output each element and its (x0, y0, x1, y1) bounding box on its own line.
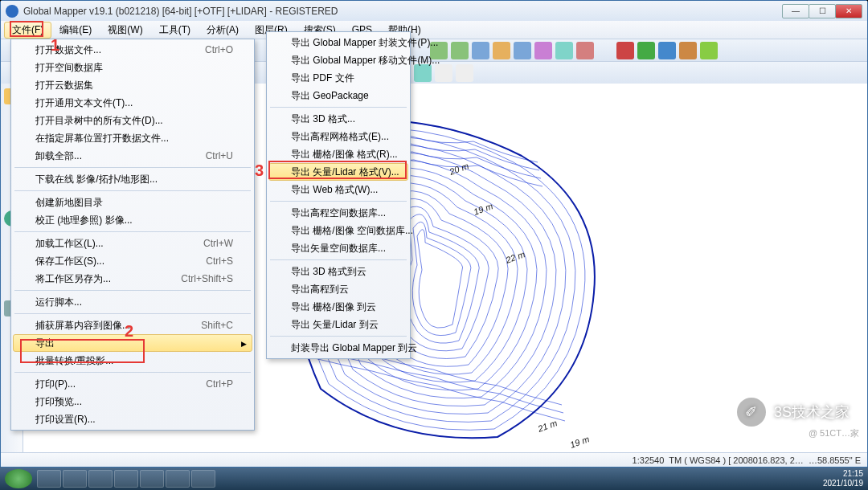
search-icon[interactable] (456, 64, 473, 82)
terrain2-icon[interactable] (451, 42, 469, 59)
export-menu-item[interactable]: 导出 Global Mapper 移动文件(M)... (268, 51, 408, 69)
file-menu-item[interactable]: 打印(P)...Ctrl+P (13, 375, 252, 393)
menu-item-label: 保存工作区(S)... (35, 255, 104, 268)
file-menu-item[interactable]: 运行脚本... (13, 293, 252, 311)
export-menu-item[interactable]: 导出 Global Mapper 封装文件(P)... (268, 34, 408, 51)
menu-item-label: 导出 Global Mapper 移动文件(M)... (291, 54, 440, 67)
taskbar-app[interactable] (191, 470, 215, 488)
menu-file[interactable]: 文件(F) (4, 22, 51, 39)
draw-free-icon[interactable] (700, 42, 718, 59)
export-menu-item[interactable]: 导出 栅格/图像 空间数据库... (268, 222, 408, 239)
export-submenu-dropdown: 导出 Global Mapper 封装文件(P)...导出 Global Map… (266, 31, 411, 359)
menu-item-shortcut: Ctrl+O (181, 44, 233, 55)
menu-item-label: 打印(P)... (35, 378, 76, 391)
file-menu-item[interactable]: 打印设置(R)... (13, 410, 252, 428)
draw-line-icon[interactable] (616, 42, 634, 59)
close-button[interactable]: ✕ (835, 4, 862, 18)
export-menu-item[interactable]: 导出矢量空间数据库... (268, 239, 408, 257)
statusbar: 1:32540 TM ( WGS84 ) [ 2008016.823, 2… …… (1, 452, 867, 467)
export-menu-item[interactable]: 封装导出 Global Mapper 到云 (268, 339, 408, 357)
menu-item-label: 打开数据文件... (35, 43, 101, 57)
window-title: Global Mapper v19.1 (b021218) [64-bit] [… (23, 6, 338, 17)
taskbar-clock[interactable]: 21:15 2021/10/19 (823, 469, 863, 488)
taskbar-app[interactable] (37, 470, 61, 488)
tool2-icon[interactable] (493, 42, 510, 59)
tool4-icon[interactable] (534, 42, 552, 59)
file-menu-item[interactable]: 打开空间数据库 (13, 59, 252, 76)
menu-item-label: 打开空间数据库 (35, 61, 103, 75)
watermark-text: 3S技术之家 (774, 402, 850, 422)
file-menu-item[interactable]: 打开云数据集 (13, 76, 252, 94)
minimize-button[interactable]: — (782, 4, 809, 18)
wechat-icon: ✐ (737, 398, 766, 427)
taskbar-app[interactable] (63, 470, 87, 488)
app-icon (6, 5, 18, 18)
menu-item-label: 捕获屏幕内容到图像... (35, 319, 130, 333)
start-button[interactable] (5, 469, 32, 488)
menu-item-label: 校正 (地理参照) 影像... (35, 214, 133, 227)
export-menu-item[interactable]: 导出 栅格/图像 格式(R)... (268, 145, 408, 163)
file-menu-item[interactable]: 导出▶ (13, 334, 252, 352)
draw-arc-icon[interactable] (679, 42, 697, 59)
file-menu-item[interactable]: 将工作区另存为...Ctrl+Shift+S (13, 270, 252, 288)
export-menu-item[interactable]: 导出 PDF 文件 (268, 69, 408, 87)
menu-item-label: 打印设置(R)... (35, 413, 96, 427)
export-menu-item[interactable]: 导出高程网格格式(E)... (268, 128, 408, 145)
menu-item-label: 打印预览... (35, 395, 82, 409)
menu-item-shortcut: Ctrl+S (182, 255, 233, 267)
menu-view[interactable]: 视图(W) (100, 22, 150, 39)
menu-item-label: 导出高程网格格式(E)... (291, 130, 389, 144)
file-menu-item[interactable]: 打开通用文本文件(T)... (13, 94, 252, 112)
file-menu-item[interactable]: 捕获屏幕内容到图像...Shift+C (13, 316, 252, 334)
draw-point-icon[interactable] (658, 42, 676, 59)
draw-poly-icon[interactable] (637, 42, 655, 59)
file-menu-item[interactable]: 保存工作区(S)...Ctrl+S (13, 252, 252, 270)
export-menu-item[interactable]: 导出 栅格/图像 到云 (268, 298, 408, 316)
file-menu-item[interactable]: 卸载全部...Ctrl+U (13, 147, 252, 165)
export-menu-item[interactable]: 导出 矢量/Lidar 格式(V)... (268, 163, 408, 181)
menu-edit[interactable]: 编辑(E) (51, 22, 100, 39)
tool3-icon[interactable] (514, 42, 531, 59)
file-menu-item[interactable]: 打开目录树中的所有文件(D)... (13, 112, 252, 129)
export-menu-item[interactable]: 导出 Web 格式(W)... (268, 181, 408, 198)
export-menu-item[interactable]: 导出 3D 格式... (268, 110, 408, 128)
maximize-button[interactable]: ☐ (809, 4, 836, 18)
menu-item-label: 导出 矢量/Lidar 格式(V)... (291, 165, 399, 179)
menu-tools[interactable]: 工具(T) (151, 22, 199, 39)
tool6-icon[interactable] (576, 42, 594, 59)
file-menu-item[interactable]: 打印预览... (13, 393, 252, 410)
window-buttons: — ☐ ✕ (782, 4, 862, 18)
menu-item-shortcut: Ctrl+P (182, 378, 233, 390)
file-menu-item[interactable]: 打开数据文件...Ctrl+O (13, 41, 252, 59)
taskbar-app[interactable] (114, 470, 138, 488)
menu-item-shortcut: Shift+C (177, 320, 233, 331)
export-menu-item[interactable]: 导出 矢量/Lidar 到云 (268, 316, 408, 333)
taskbar: 21:15 2021/10/19 (0, 468, 868, 490)
app-window: Global Mapper v19.1 (b021218) [64-bit] [… (0, 0, 868, 468)
menu-item-label: 导出 3D 格式到云 (291, 265, 366, 279)
tool-icon[interactable] (472, 42, 489, 59)
export-menu-item[interactable]: 导出 GeoPackage (268, 87, 408, 104)
file-menu-item[interactable]: 校正 (地理参照) 影像... (13, 211, 252, 229)
export-menu-item[interactable]: 导出高程到云 (268, 280, 408, 298)
file-menu-item[interactable]: 加载工作区(L)...Ctrl+W (13, 235, 252, 252)
file-menu-item[interactable]: 批量转换/重投影... (13, 352, 252, 370)
taskbar-app[interactable] (88, 470, 113, 488)
menu-analysis[interactable]: 分析(A) (199, 22, 247, 39)
file-menu-item[interactable]: 下载在线 影像/拓扑/地形图... (13, 170, 252, 188)
tool5-icon[interactable] (555, 42, 573, 59)
menu-item-label: 导出 栅格/图像 到云 (291, 300, 376, 314)
export-menu-item[interactable]: 导出 3D 格式到云 (268, 263, 408, 280)
titlebar: Global Mapper v19.1 (b021218) [64-bit] [… (1, 1, 867, 21)
status-scale: 1:32540 (633, 455, 665, 465)
menu-item-label: 创建新地图目录 (35, 196, 103, 210)
menu-item-label: 导出 矢量/Lidar 到云 (291, 318, 379, 332)
menu-item-label: 导出 Web 格式(W)... (291, 183, 378, 197)
file-menu-item[interactable]: 创建新地图目录 (13, 194, 252, 211)
file-menu-item[interactable]: 在指定屏幕位置打开数据文件... (13, 129, 252, 147)
taskbar-app[interactable] (166, 470, 190, 488)
export-menu-item[interactable]: 导出高程空间数据库... (268, 204, 408, 222)
menu-item-label: 导出 3D 格式... (291, 112, 355, 126)
menu-item-label: 导出 (35, 337, 55, 350)
taskbar-app[interactable] (140, 470, 164, 488)
